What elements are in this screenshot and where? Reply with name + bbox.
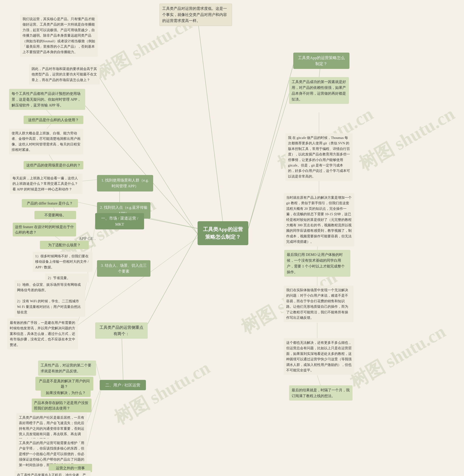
svg-line-0 bbox=[198, 18, 223, 223]
ml-find: 1. 找到使用场景和人群（e.g.时间管理 APP） bbox=[97, 175, 153, 191]
svg-line-4 bbox=[147, 234, 198, 326]
left-q1: 这些产品是什么样的人会使用？ bbox=[24, 116, 83, 124]
right-solution: 当时就在原有产品上的解决方案是增加一个 git 教程，类似于新手指引，但我们造这… bbox=[284, 193, 354, 247]
right-git-experience: 我 在 gitcafe 做产品的时候，Thoumas 每次都推荐更多的人使用 g… bbox=[285, 133, 353, 181]
right-small-prob: 这个都也无法解决，还有更多不多么细也，但运营总会有问题，比如以上只是在运营层面，… bbox=[284, 338, 354, 375]
left-q2: 这些产品的使用场景是什么样的？ bbox=[24, 161, 83, 169]
left-scenario: 每天起床，上班路上可能会看一遍，这些人的上班路途是什么？常用交通工具是什么？看 … bbox=[10, 174, 82, 194]
left-s2-detail: 1）地铁、会议室、娱乐场所等没有网络或网络信号差的场所。 2）没有 WiFi 的… bbox=[15, 280, 85, 317]
top-bubble: 工具类产品对运营的需求度低。这是一个事实，就像社交类产品对用户和内容的运营需求度… bbox=[159, 4, 232, 26]
right-real-problem: 我们在实际体验场景中发现一个无法解决的问题：对于小白用户来说，难道不是不容易，而… bbox=[284, 286, 353, 322]
left-users: 使用人群大概会是上班族、白领、能力劳动者、金领中高层，尽可能清楚地洞察出用户画像… bbox=[9, 129, 83, 155]
ml-market: 一、市场 / 渠道运营 / MKT bbox=[95, 213, 144, 229]
left-q5: 产品本身存在缺陷？还是用户没按照我们的想法去使用？ bbox=[32, 398, 92, 412]
svg-line-3 bbox=[143, 218, 198, 228]
left-differ: 产品的 differ feature 是什么？ bbox=[22, 199, 78, 208]
left-text2: 因此，产品对市场和渠道的要求就会高于其他类型产品，运营的主要功夫可能最不在文章上… bbox=[29, 64, 100, 85]
watermark-6: 树图 shutu.cn bbox=[355, 102, 459, 177]
left-ops-pre-detail: 在工具性产品发展步入正机后，冲出业者、产品是运营前人员都有该样的想法，比扩展产品… bbox=[15, 471, 91, 476]
watermark-5: 树图 shutu.cn bbox=[110, 356, 215, 430]
right-q-strategy: 工具类App的运营策略怎么制定？ bbox=[293, 53, 349, 69]
ml-ops-key: 工具类产品的运营侧重点有两个： bbox=[95, 322, 148, 339]
ml-user: 二、用户 / 社区运营 bbox=[100, 380, 146, 390]
left-good-prod: 工具性产品，对运营的第二个要求就是有效的产品反馈。 bbox=[38, 360, 96, 376]
right-demo: 最后我们用 DEMO 让用户体验的时候，一个没有技术基础的同学白用户，需要 1 … bbox=[284, 250, 350, 277]
center-node: 工具类App的运营策略怎么制定？ bbox=[198, 221, 248, 245]
svg-line-26 bbox=[317, 375, 321, 386]
mindmap-container: 树图 shutu.cn 树图 shutu.cn 树图 shutu.cn 树图 s… bbox=[0, 0, 464, 476]
left-design: 这些 feature 在设计时的时候是出于什么样的考虑？ bbox=[13, 223, 76, 237]
svg-line-17 bbox=[80, 179, 98, 181]
left-nonet: 不需要网络。 bbox=[34, 211, 76, 219]
left-scenario2-title: 为了适配什么场景？ bbox=[40, 241, 89, 249]
left-usage: 每个工具性产品都有产品设计预想的使用场景，这是毫无疑问的。你如何时管理 APP，… bbox=[9, 89, 85, 110]
ml-combine: 3. 结合人、场景、切入点三个要素 bbox=[97, 260, 150, 277]
left-best: 最有效的推广手段，一是建在用户有需要的时候给他发资讯，并以用户觉解决问题的方案和… bbox=[7, 318, 78, 349]
right-conclusion: 最后的结果就是，时隔了一个月，我订阅满了教程上线的想法。 bbox=[289, 385, 353, 401]
left-q4: 如果没有解决，为什么？ bbox=[41, 389, 91, 397]
left-text1: 我们说运营，其实核心是产品。只有懂产品才能做好运营。工具类产品的第一大特就是自传… bbox=[20, 14, 98, 57]
right-first-factor: 工具类产品成功的第一因素就是好用，对产品的依赖性很强，如果产品本身不好用，运营做… bbox=[289, 77, 349, 104]
watermark-7: 树图 shutu.cn bbox=[346, 319, 450, 394]
left-s2-1: 1）很多时候网络不好，但我们要在移动设备上传输一些相对大的文件 / APP / … bbox=[33, 252, 92, 272]
app-ge-label: APP GE . bbox=[77, 234, 141, 241]
svg-line-29 bbox=[76, 238, 198, 327]
